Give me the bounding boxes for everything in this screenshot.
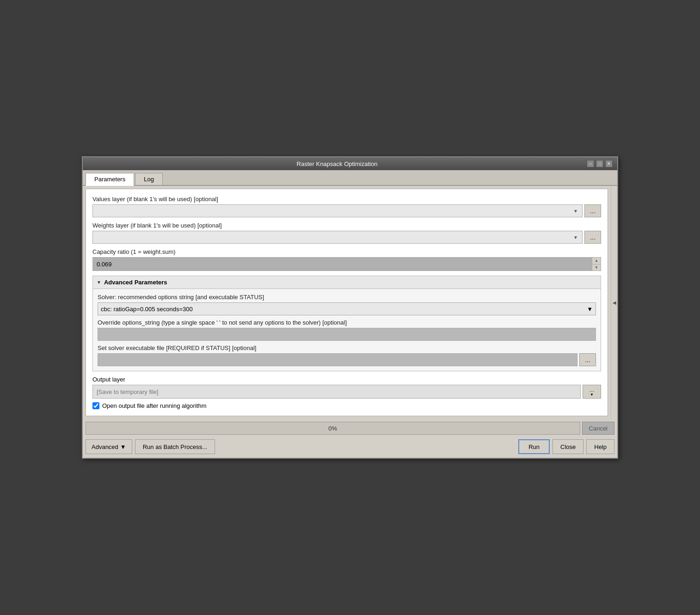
minimize-button[interactable]: ─ (587, 160, 594, 167)
advanced-button-label: Advanced (92, 443, 118, 450)
open-output-row: Open output file after running algorithm (92, 402, 601, 409)
progress-bar: 0% (86, 422, 580, 435)
progress-text: 0% (328, 425, 337, 432)
solver-executable-label: Set solver executable file [REQUIRED if … (98, 344, 596, 351)
main-content: Values layer (if blank 1's will be used)… (83, 186, 617, 419)
values-layer-browse[interactable]: … (584, 204, 601, 217)
tab-parameters[interactable]: Parameters (86, 173, 134, 186)
weights-layer-arrow: ▼ (572, 231, 579, 243)
weights-layer-dropdown[interactable]: ▼ (92, 231, 583, 244)
advanced-header[interactable]: ▼ Advanced Parameters (93, 276, 601, 289)
open-output-label: Open output file after running algorithm (102, 402, 206, 409)
parameters-panel: Values layer (if blank 1's will be used)… (86, 189, 608, 416)
tab-bar: Parameters Log (83, 170, 617, 186)
output-section: Output layer … ▼ Open output file after … (92, 376, 601, 409)
advanced-button-arrow: ▼ (120, 443, 126, 450)
side-collapser-button[interactable]: ◀ (611, 186, 617, 419)
output-layer-input[interactable] (92, 385, 581, 399)
run-batch-button[interactable]: Run as Batch Process... (135, 439, 215, 454)
solver-dropdown[interactable]: cbc: ratioGap=0.005 seconds=300 ▼ (98, 302, 596, 315)
progress-row: 0% Cancel (86, 422, 614, 435)
advanced-body: Solver: recommended options string [and … (93, 289, 601, 371)
capacity-ratio-label: Capacity ratio (1 = weight.sum) (92, 248, 601, 255)
values-layer-row: ▼ … (92, 204, 601, 217)
cancel-button[interactable]: Cancel (582, 422, 614, 435)
output-browse-label: … (589, 387, 595, 393)
output-browse-arrow: ▼ (590, 393, 594, 397)
output-layer-label: Output layer (92, 376, 601, 383)
solver-executable-row: ... (98, 353, 596, 366)
output-browse-button[interactable]: … ▼ (583, 385, 601, 399)
capacity-ratio-row: ▲ ▼ (92, 257, 601, 271)
spin-down-button[interactable]: ▼ (592, 264, 601, 271)
close-button-bottom[interactable]: Close (553, 439, 583, 454)
dialog-window: Raster Knapsack Optimization ─ □ ✕ Param… (82, 156, 618, 459)
solver-executable-input[interactable] (98, 353, 577, 366)
weights-layer-browse[interactable]: … (584, 231, 601, 244)
title-controls: ─ □ ✕ (587, 160, 613, 167)
values-layer-label: Values layer (if blank 1's will be used)… (92, 196, 601, 203)
maximize-button[interactable]: □ (596, 160, 603, 167)
advanced-section-title: Advanced Parameters (104, 279, 167, 286)
output-layer-row: … ▼ (92, 385, 601, 399)
solver-label: Solver: recommended options string [and … (98, 294, 596, 301)
override-options-input[interactable] (98, 328, 596, 341)
solver-executable-browse[interactable]: ... (579, 353, 596, 366)
values-layer-arrow: ▼ (572, 205, 579, 217)
help-button[interactable]: Help (586, 439, 614, 454)
override-options-label: Override options_string (type a single s… (98, 319, 596, 326)
spin-up-button[interactable]: ▲ (592, 258, 601, 264)
solver-value: cbc: ratioGap=0.005 seconds=300 (101, 306, 193, 313)
bottom-toolbar: Advanced ▼ Run as Batch Process... Run C… (86, 439, 614, 454)
weights-layer-label: Weights layer (if blank 1's will be used… (92, 222, 601, 229)
dialog-title: Raster Knapsack Optimization (87, 160, 587, 167)
advanced-section: ▼ Advanced Parameters Solver: recommende… (92, 276, 601, 371)
values-layer-dropdown[interactable]: ▼ (92, 204, 583, 217)
capacity-ratio-input[interactable] (92, 257, 592, 271)
title-bar: Raster Knapsack Optimization ─ □ ✕ (83, 157, 617, 170)
close-button[interactable]: ✕ (605, 160, 613, 167)
open-output-checkbox[interactable] (92, 402, 99, 409)
weights-layer-row: ▼ … (92, 231, 601, 244)
collapse-arrow-icon: ▼ (97, 280, 101, 285)
capacity-ratio-spinbox: ▲ ▼ (592, 257, 601, 271)
advanced-button[interactable]: Advanced ▼ (86, 439, 132, 454)
solver-dropdown-arrow: ▼ (587, 306, 593, 313)
tab-log[interactable]: Log (135, 173, 163, 185)
run-button[interactable]: Run (518, 439, 550, 454)
